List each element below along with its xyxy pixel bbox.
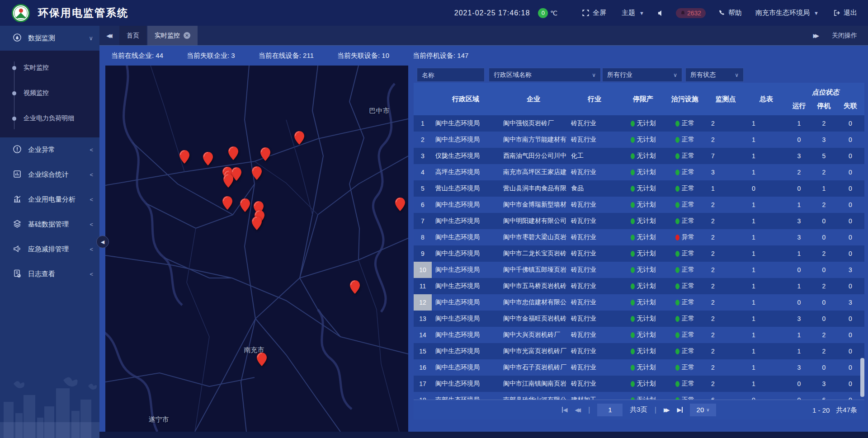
- table-row[interactable]: 14阆中生态环境局阆中大兴页岩机砖厂砖瓦行业无计划正常21120: [414, 327, 864, 343]
- industry-filter-select[interactable]: 所有行业 ∨: [602, 68, 682, 82]
- table-row[interactable]: 17阆中生态环境局阆中市江南镇阆南页岩砖瓦行业无计划正常21030: [414, 376, 864, 392]
- chevron-down-icon: ∨: [673, 72, 677, 78]
- col-header-company: 企业: [500, 83, 567, 115]
- stat-当前失联设备: 当前失联设备: 10: [337, 52, 389, 60]
- cell-monitor: 2: [705, 278, 746, 294]
- sidebar-item-日志查看[interactable]: 日志查看<: [0, 262, 99, 287]
- table-row[interactable]: 2阆中生态环境局阆中市南方节能建材有砖瓦行业无计划正常21030: [414, 132, 864, 148]
- close-operations-button[interactable]: 关闭操作: [832, 32, 857, 40]
- table-row[interactable]: 7阆中生态环境局阆中明阳建材有限公司砖瓦行业无计划正常21300: [414, 213, 864, 229]
- alarm-count-badge[interactable]: 2632: [676, 8, 706, 18]
- status-text: 无计划: [637, 168, 656, 176]
- table-row[interactable]: 4高坪生态环境局南充市高坪区王家店建砖瓦行业无计划正常31220: [414, 164, 864, 180]
- col-header-meter: 总表: [746, 83, 787, 115]
- cell-halt: 6: [811, 392, 836, 400]
- map-pin-icon[interactable]: [257, 353, 267, 366]
- map-pin-icon[interactable]: [223, 174, 233, 188]
- map-pin-icon[interactable]: [260, 147, 270, 161]
- page-number-input[interactable]: 1: [597, 404, 623, 416]
- status-cell: 无计划: [622, 164, 665, 180]
- cell-region: 阆中生态环境局: [432, 132, 500, 148]
- table-row[interactable]: 18南部生态环境局南部县砖华山河有限公建材加工无计划正常60060: [414, 392, 864, 400]
- sidebar-item-基础数据管理[interactable]: 基础数据管理<: [0, 212, 99, 237]
- monitor-icon: [13, 33, 22, 43]
- map-pin-icon[interactable]: [228, 146, 238, 160]
- table-row[interactable]: 16阆中生态环境局阆中市石子页岩机砖厂砖瓦行业无计划正常21300: [414, 359, 864, 376]
- theme-dropdown[interactable]: 主题 ▼: [622, 9, 644, 17]
- sidebar-item-应急减排管理[interactable]: 应急减排管理<: [0, 237, 99, 262]
- status-cell: 正常: [665, 180, 705, 197]
- table-row[interactable]: 10阆中生态环境局阆中千佛镇五郎垭页岩砖瓦行业无计划正常21003: [414, 262, 864, 278]
- sidebar-item-企业异常[interactable]: 企业异常<: [0, 137, 99, 162]
- table-row[interactable]: 5营山生态环境局营山县润丰肉食品有限食品无计划正常10010: [414, 180, 864, 197]
- map-pin-icon[interactable]: [203, 152, 213, 165]
- map-pin-icon[interactable]: [222, 196, 232, 210]
- table-row[interactable]: 8阆中生态环境局阆中市枣碧大梁山页岩砖瓦行业无计划异常21300: [414, 229, 864, 245]
- tab-首页[interactable]: 首页: [119, 26, 146, 45]
- region-filter-select[interactable]: 行政区域名称 ∨: [489, 68, 601, 82]
- cell-region: 南部生态环境局: [432, 392, 500, 400]
- table-row[interactable]: 6阆中生态环境局阆中市金博瑞新型墙材砖瓦行业无计划正常21120: [414, 197, 864, 213]
- map-pin-icon[interactable]: [240, 198, 250, 212]
- status-filter-select[interactable]: 所有状态 ∨: [685, 68, 744, 82]
- status-cell: 正常: [665, 164, 705, 180]
- sidebar-item-数据监测[interactable]: 数据监测∨: [0, 26, 99, 51]
- help-button[interactable]: 帮助: [718, 9, 742, 17]
- status-dot-green: [631, 267, 635, 273]
- page-size-select[interactable]: 20 ∨: [690, 404, 716, 416]
- last-page-button[interactable]: ▶: [677, 406, 683, 413]
- sidebar-item-企业用电量分析[interactable]: 企业用电量分析<: [0, 187, 99, 212]
- cell-meter: 1: [746, 327, 787, 343]
- map-collapse-button[interactable]: ◀: [96, 235, 109, 248]
- mute-speaker-button[interactable]: [658, 10, 664, 16]
- cell-industry: 砖瓦行业: [567, 197, 622, 213]
- status-text: 正常: [682, 315, 694, 323]
- table-row[interactable]: 11阆中生态环境局阆中市五马桥页岩机砖砖瓦行业无计划正常21120: [414, 278, 864, 294]
- table-row[interactable]: 15阆中生态环境局阆中市光富页岩机砖厂砖瓦行业无计划正常21120: [414, 343, 864, 359]
- name-filter-input[interactable]: [422, 71, 480, 79]
- map-pin-icon[interactable]: [252, 166, 262, 180]
- status-cell: 正常: [665, 392, 705, 400]
- row-index: 9: [414, 245, 432, 262]
- org-dropdown[interactable]: 南充市生态环境局 ▼: [755, 9, 819, 17]
- sidebar-item-企业综合统计[interactable]: 企业综合统计<: [0, 162, 99, 187]
- chevron-left-icon: ◀: [101, 239, 104, 245]
- logout-button[interactable]: 退出: [833, 9, 857, 17]
- table-row[interactable]: 3仪陇生态环境局西南油气田分公司川中化工无计划正常71350: [414, 148, 864, 164]
- cell-region: 阆中生态环境局: [432, 229, 500, 245]
- tab-实时监控[interactable]: 实时监控✕: [147, 26, 198, 45]
- cell-halt: 0: [811, 262, 836, 278]
- row-index: 14: [414, 327, 432, 343]
- theme-label: 主题: [622, 9, 635, 17]
- tabs-scroll-right-button[interactable]: ▶▶: [813, 33, 819, 39]
- table-row[interactable]: 9阆中生态环境局阆中市二龙长宝页岩砖砖瓦行业无计划正常21120: [414, 245, 864, 262]
- first-page-button[interactable]: ◀: [562, 406, 568, 413]
- next-page-button[interactable]: ▶▶: [664, 407, 670, 413]
- table-row[interactable]: 13阆中生态环境局阆中市金福旺页岩机砖砖瓦行业无计划正常21300: [414, 311, 864, 327]
- row-index: 3: [414, 148, 432, 164]
- cell-company: 阆中市忠信建材有限公: [500, 294, 567, 311]
- map-pin-icon[interactable]: [252, 217, 262, 230]
- table-scrollbar-thumb[interactable]: [860, 358, 864, 397]
- map-pin-icon[interactable]: [179, 150, 189, 164]
- map-pin-icon[interactable]: [294, 131, 304, 145]
- sidebar-subitem-企业电力负荷明细[interactable]: 企业电力负荷明细: [0, 106, 99, 131]
- cell-meter: 1: [746, 115, 787, 132]
- fullscreen-button[interactable]: 全屏: [582, 9, 606, 17]
- sidebar-subitem-实时监控[interactable]: 实时监控: [0, 55, 99, 80]
- sidebar-subitem-视频监控[interactable]: 视频监控: [0, 80, 99, 106]
- prev-page-button[interactable]: ◀◀: [575, 407, 580, 413]
- map-pin-icon[interactable]: [395, 198, 405, 211]
- map-pin-icon[interactable]: [350, 280, 360, 294]
- cell-lost: 3: [836, 262, 864, 278]
- cell-company: 阆中大兴页岩机砖厂: [500, 327, 567, 343]
- cell-meter: 1: [746, 229, 787, 245]
- table-row[interactable]: 1阆中生态环境局阆中强锐页岩砖厂砖瓦行业无计划正常21120: [414, 115, 864, 132]
- table-row[interactable]: 12阆中生态环境局阆中市忠信建材有限公砖瓦行业无计划正常21003: [414, 294, 864, 311]
- row-index: 18: [414, 392, 432, 400]
- map-panel[interactable]: 巴中市南充市遂宁市: [105, 66, 408, 432]
- status-dot-green: [631, 137, 635, 143]
- cell-company: 南部县砖华山河有限公: [500, 392, 567, 400]
- tab-close-icon[interactable]: ✕: [184, 32, 190, 39]
- tabs-scroll-left-button[interactable]: ◀◀: [99, 26, 119, 45]
